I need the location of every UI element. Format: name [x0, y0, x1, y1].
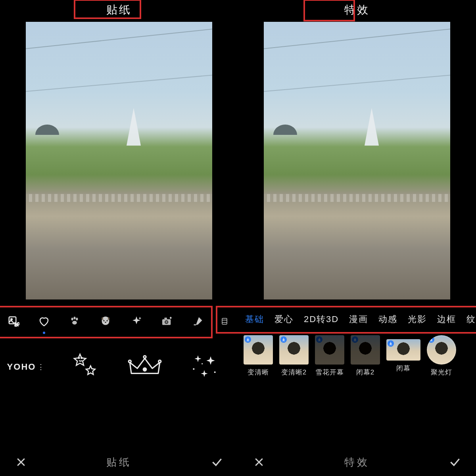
- effects-pane: 特效 基础 爱心 2D转3D 漫画 动感 光影 边框 纹理 变清晰 变清晰2: [238, 0, 476, 476]
- tab-basic[interactable]: 基础: [245, 313, 264, 325]
- effect-label: 聚光灯: [431, 368, 452, 377]
- svg-point-9: [106, 320, 107, 321]
- tab-heart[interactable]: 爱心: [274, 313, 294, 325]
- right-preview-wrap: [238, 22, 476, 303]
- brush-icon[interactable]: [192, 313, 204, 329]
- left-title-wrap: 贴纸: [0, 0, 238, 22]
- dog-icon[interactable]: [99, 313, 112, 329]
- effect-thumb-2[interactable]: 雪花开幕: [315, 335, 344, 377]
- download-icon: [245, 336, 251, 343]
- download-icon: [388, 340, 394, 347]
- svg-point-24: [144, 356, 146, 358]
- confirm-button[interactable]: [210, 455, 224, 469]
- yoho-sticker[interactable]: YOHO ⋮: [8, 349, 44, 385]
- left-preview-image[interactable]: [26, 22, 212, 299]
- download-icon: [352, 336, 358, 343]
- left-preview-wrap: [0, 22, 238, 303]
- cancel-button[interactable]: [252, 455, 266, 469]
- right-bottom-label: 特效: [344, 455, 370, 469]
- right-action-bar: 特效: [238, 448, 476, 476]
- tab-motion[interactable]: 动感: [378, 313, 397, 325]
- download-icon: [316, 336, 322, 343]
- sticker-presets-row: YOHO ⋮: [0, 339, 238, 395]
- effect-thumb-3[interactable]: 闭幕2: [351, 335, 380, 377]
- svg-point-5: [74, 317, 76, 319]
- download-icon: [280, 336, 287, 343]
- effects-thumbs: 变清晰 变清晰2 雪花开幕 闭幕2 闭幕: [238, 335, 476, 399]
- effect-label: 闭幕: [396, 364, 411, 373]
- svg-point-25: [193, 368, 194, 370]
- crown-sticker[interactable]: [127, 349, 163, 385]
- effect-label: 闭幕2: [356, 368, 374, 377]
- effect-thumb-5[interactable]: 聚光灯: [427, 335, 456, 377]
- sparkle-icon[interactable]: [130, 313, 142, 329]
- right-preview-image[interactable]: [264, 22, 450, 299]
- download-icon: [428, 336, 434, 343]
- tab-border[interactable]: 边框: [437, 313, 456, 325]
- svg-point-19: [79, 357, 80, 359]
- svg-point-23: [159, 360, 161, 363]
- svg-point-27: [202, 363, 203, 364]
- svg-point-10: [105, 322, 106, 323]
- sticker-toolbar: [0, 303, 238, 339]
- paw-icon[interactable]: [69, 313, 81, 329]
- svg-point-6: [76, 318, 78, 321]
- svg-point-7: [72, 321, 77, 324]
- stickers-pane: 贴纸 YO: [0, 0, 238, 476]
- right-title: 特效: [334, 0, 380, 20]
- right-title-wrap: 特效: [238, 0, 476, 22]
- image-cut-icon[interactable]: [7, 313, 19, 329]
- effect-thumb-1[interactable]: 变清晰2: [279, 335, 309, 377]
- tab-light[interactable]: 光影: [408, 313, 427, 325]
- svg-point-21: [143, 368, 146, 371]
- yoho-label: YOHO: [7, 362, 36, 372]
- effect-label: 变清晰2: [281, 368, 307, 377]
- sparkles-sticker[interactable]: [186, 349, 222, 385]
- effect-label: 变清晰: [248, 368, 269, 377]
- svg-rect-16: [222, 319, 227, 324]
- tab-comic[interactable]: 漫画: [349, 313, 368, 325]
- svg-point-4: [71, 318, 73, 321]
- svg-rect-15: [194, 324, 196, 326]
- camera-flash-icon[interactable]: [161, 313, 173, 329]
- effect-thumb-0[interactable]: 变清晰: [244, 335, 273, 377]
- cancel-button[interactable]: [14, 455, 28, 469]
- tab-texture[interactable]: 纹理: [466, 313, 476, 325]
- effect-thumb-4[interactable]: 闭幕: [386, 335, 420, 373]
- left-bottom-label: 贴纸: [106, 455, 132, 469]
- svg-point-20: [81, 357, 82, 359]
- svg-point-13: [166, 321, 168, 323]
- confirm-button[interactable]: [448, 455, 462, 469]
- svg-point-22: [129, 360, 131, 363]
- heart-icon[interactable]: [38, 313, 50, 329]
- tab-2d3d[interactable]: 2D转3D: [304, 313, 339, 325]
- effect-label: 雪花开幕: [315, 368, 344, 377]
- left-action-bar: 贴纸: [0, 448, 238, 476]
- effects-tabs: 基础 爱心 2D转3D 漫画 动感 光影 边框 纹理: [238, 303, 476, 335]
- svg-point-8: [103, 320, 104, 321]
- left-title: 贴纸: [96, 0, 142, 20]
- svg-rect-14: [165, 318, 167, 319]
- svg-point-26: [214, 371, 216, 373]
- stars-sticker[interactable]: [67, 349, 103, 385]
- film-icon[interactable]: [219, 313, 231, 329]
